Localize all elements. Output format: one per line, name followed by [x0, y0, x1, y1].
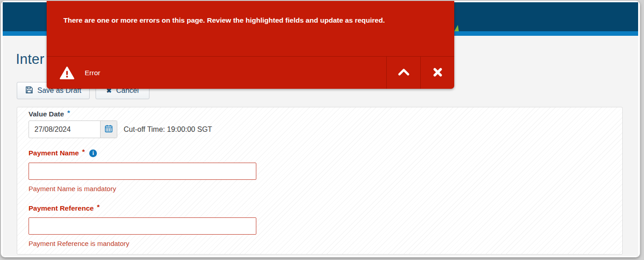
close-error-banner-button[interactable] — [420, 57, 454, 89]
cutoff-time-text: Cut-off Time: 19:00:00 SGT — [124, 120, 212, 138]
warning-triangle-icon — [59, 66, 75, 80]
info-icon[interactable]: i — [89, 149, 97, 157]
page-title: Inter — [16, 51, 44, 67]
payment-name-label: Payment Name * i — [29, 149, 97, 157]
required-asterisk: * — [82, 148, 85, 156]
value-date-label: Value Date * — [29, 110, 70, 118]
payment-name-input[interactable] — [29, 163, 256, 180]
close-icon — [433, 67, 442, 78]
calendar-button[interactable] — [100, 121, 117, 138]
value-date-field — [29, 120, 117, 138]
form-panel: Value Date * — [17, 107, 623, 255]
chevron-up-icon — [398, 68, 410, 77]
payment-reference-error: Payment Reference is mandatory — [29, 240, 130, 247]
error-banner: There are one or more errors on this pag… — [47, 1, 454, 89]
payment-reference-input[interactable] — [29, 217, 256, 235]
payment-reference-label: Payment Reference * — [29, 204, 100, 212]
required-asterisk: * — [97, 203, 100, 211]
error-banner-message: There are one or more errors on this pag… — [63, 16, 436, 24]
calendar-icon — [105, 125, 113, 134]
payment-name-error: Payment Name is mandatory — [29, 185, 116, 193]
error-banner-footer: Error — [47, 56, 454, 89]
header-logo-fragment — [454, 25, 459, 31]
save-floppy-icon — [25, 86, 33, 96]
collapse-error-banner-button[interactable] — [386, 57, 420, 89]
error-banner-title: Error — [85, 69, 100, 77]
app-window: Inter Save as Draft ✖ Cancel Value Date … — [1, 1, 640, 257]
value-date-input[interactable] — [29, 121, 100, 138]
required-asterisk: * — [67, 109, 70, 117]
